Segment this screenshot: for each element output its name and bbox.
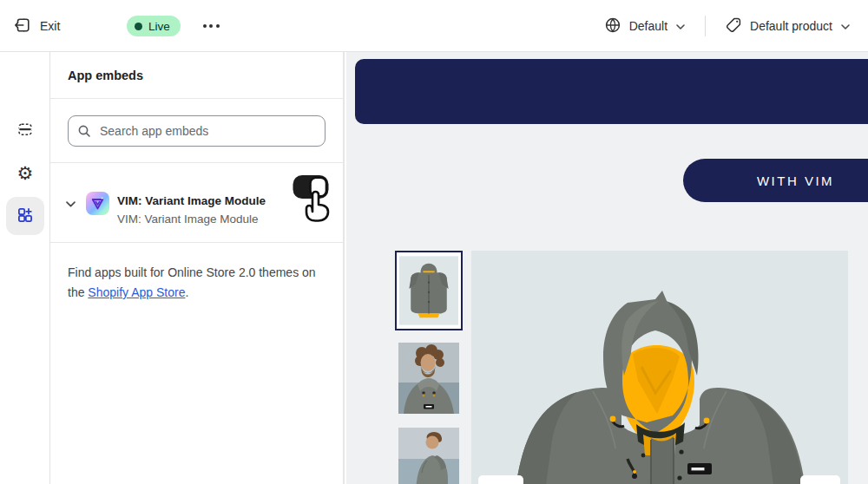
app-embed-row: VIM: Variant Image Module VIM: Variant I… <box>50 163 343 243</box>
chevron-down-icon <box>840 19 851 33</box>
sidebar-item-app-embeds[interactable] <box>6 197 44 235</box>
embed-title: VIM: Variant Image Module <box>117 192 266 210</box>
left-icon-rail: ⚙ <box>0 52 50 484</box>
topbar-right-group: Default Default product <box>597 0 858 52</box>
product-thumbnail-selected[interactable] <box>395 251 463 330</box>
search-section <box>50 99 343 163</box>
topbar-divider <box>705 16 706 36</box>
language-selector[interactable]: Default <box>597 11 693 42</box>
globe-icon <box>604 16 621 36</box>
dot-icon <box>216 24 220 28</box>
topbar: Exit Live Default <box>0 0 868 52</box>
gallery-prev-button[interactable] <box>478 475 523 484</box>
footer-text-period: . <box>185 285 188 299</box>
embed-titles: VIM: Variant Image Module VIM: Variant I… <box>117 192 266 229</box>
with-vim-button[interactable]: WITH VIM <box>683 159 868 202</box>
product-thumbnail-3[interactable] <box>398 428 459 484</box>
page-title: App embeds <box>68 69 143 82</box>
product-label: Default product <box>750 19 832 33</box>
exit-label: Exit <box>40 19 60 33</box>
gear-icon: ⚙ <box>17 165 34 183</box>
shopify-app-store-link[interactable]: Shopify App Store <box>88 285 185 299</box>
embed-toggle[interactable] <box>292 173 332 227</box>
exit-icon <box>14 16 31 36</box>
language-label: Default <box>629 19 667 33</box>
product-thumbnail-2[interactable] <box>398 343 459 414</box>
chevron-down-icon <box>675 19 686 33</box>
chevron-down-icon[interactable] <box>63 194 78 214</box>
product-main-image[interactable] <box>471 251 848 484</box>
theme-preview: WITH VIM <box>346 52 868 484</box>
exit-button[interactable]: Exit <box>14 12 60 40</box>
sidebar-item-sections[interactable] <box>6 111 44 149</box>
live-label: Live <box>148 20 170 33</box>
dot-icon <box>209 24 213 28</box>
search-icon <box>77 124 91 141</box>
panel-footer-text: Find apps built for Online Store 2.0 the… <box>50 243 343 303</box>
gallery-next-button[interactable] <box>800 475 840 484</box>
search-input[interactable] <box>68 115 326 147</box>
dot-icon <box>203 24 207 28</box>
more-actions-button[interactable] <box>196 16 226 36</box>
preview-header-bar <box>355 59 868 124</box>
live-dot-icon <box>135 23 142 30</box>
vim-app-icon <box>86 192 109 215</box>
sections-icon <box>16 121 34 141</box>
product-selector[interactable]: Default product <box>718 11 858 42</box>
app-embeds-panel: App embeds VIM: Variant Image Module VIM… <box>50 52 345 484</box>
app-embeds-icon <box>16 206 34 226</box>
panel-header: App embeds <box>50 52 343 99</box>
tag-icon <box>725 16 742 36</box>
embed-subtitle: VIM: Variant Image Module <box>117 210 266 228</box>
live-badge: Live <box>127 16 181 36</box>
sidebar-item-theme-settings[interactable]: ⚙ <box>6 154 44 193</box>
jacket-brand-label <box>692 468 705 470</box>
